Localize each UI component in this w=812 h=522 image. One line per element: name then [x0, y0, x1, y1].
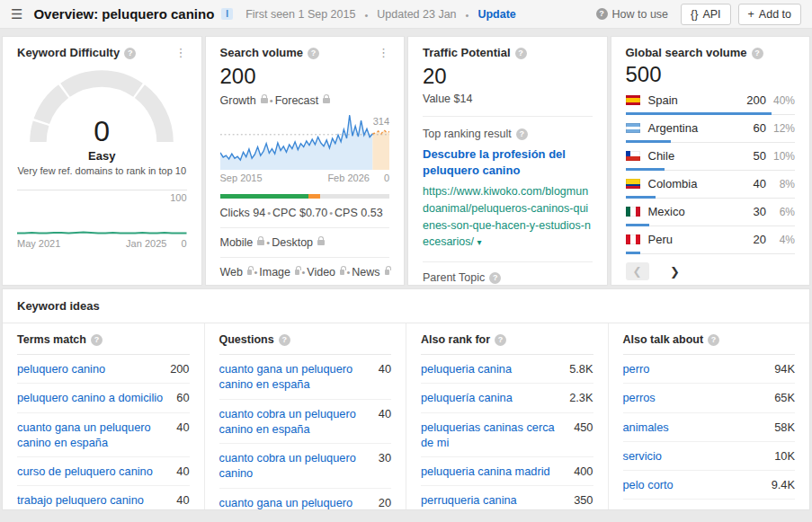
help-icon[interactable]: ?: [124, 48, 136, 59]
keyword-volume: 200: [170, 361, 189, 376]
keyword-link[interactable]: peluqueria canina madrid: [421, 464, 550, 479]
keyword-row: curso de peluquero canino40: [17, 457, 190, 486]
keyword-row: perros65K: [623, 384, 796, 412]
caret-down-icon[interactable]: ▾: [477, 237, 481, 247]
keyword-volume: 30: [379, 450, 391, 465]
mobile-label[interactable]: Mobile: [220, 236, 254, 249]
keyword-link[interactable]: perruqueria canina: [421, 492, 517, 508]
web-label[interactable]: Web: [220, 266, 243, 279]
help-icon[interactable]: ?: [489, 272, 501, 284]
image-label[interactable]: Image: [259, 266, 290, 279]
clicks-distribution-bar: [220, 194, 390, 199]
help-icon[interactable]: ?: [91, 334, 103, 346]
keyword-link[interactable]: animales: [623, 420, 669, 435]
lock-icon: [247, 270, 252, 275]
how-to-use-link[interactable]: ? How to use: [596, 8, 669, 21]
top-result-url[interactable]: https://www.kiwoko.com/blogmundoanimal/p…: [423, 183, 593, 251]
view-all-link[interactable]: View all 102❯: [623, 500, 796, 510]
keyword-link[interactable]: peluquero canino a domicilio: [17, 390, 163, 405]
keyword-link[interactable]: perro: [623, 361, 650, 376]
ideas-column-terms-match: Terms match?peluquero canino200peluquero…: [3, 323, 204, 510]
ideas-column-questions: Questions?cuanto gana un peluquero canin…: [204, 323, 406, 510]
keyword-link[interactable]: cuanto gana un peluquero canino: [219, 495, 370, 510]
news-label[interactable]: News: [352, 266, 379, 279]
keyword-link[interactable]: cuanto cobra un peluquero canino: [219, 450, 370, 482]
more-menu-icon[interactable]: ⋮: [378, 46, 389, 59]
country-list: Spain20040%Argentina6012%Chile5010%Colom…: [626, 87, 796, 254]
help-icon[interactable]: ?: [515, 48, 527, 59]
keyword-row: cuanto gana un peluquero canino20: [219, 489, 392, 510]
keyword-link[interactable]: curso de peluquero canino: [17, 464, 153, 479]
help-icon[interactable]: ?: [516, 128, 528, 140]
how-to-use-label: How to use: [612, 8, 669, 21]
api-button[interactable]: {} API: [681, 4, 731, 25]
add-to-button[interactable]: + Add to: [738, 4, 801, 25]
lock-icon: [295, 270, 299, 275]
help-icon[interactable]: ?: [752, 48, 763, 59]
kd-ymax-label: 100: [170, 192, 186, 203]
help-icon[interactable]: ?: [279, 334, 290, 346]
keyword-link[interactable]: pelo corto: [623, 477, 674, 492]
update-link[interactable]: Update: [477, 8, 515, 21]
keyword-link[interactable]: peluquería canina: [421, 390, 513, 405]
next-page-button[interactable]: ❯: [664, 262, 687, 280]
lock-icon: [317, 240, 325, 245]
keyword-volume: 40: [379, 361, 391, 376]
global-search-volume-card: Global search volume? 500 Spain20040%Arg…: [611, 36, 811, 286]
pagination: ❮ ❯: [626, 262, 796, 280]
country-bar-track: [626, 167, 796, 171]
video-label[interactable]: Video: [307, 266, 335, 279]
keyword-link[interactable]: peluquerias caninas cerca de mi: [421, 420, 565, 451]
keyword-link[interactable]: trabajo peluquero canino: [17, 492, 144, 508]
keyword-link[interactable]: servicio: [623, 448, 662, 464]
search-volume-chart: 314 Sep 2015 Feb 2026 0: [220, 114, 390, 183]
keyword-link[interactable]: cuanto gana un peluquero canino en españ…: [17, 420, 167, 451]
country-volume: 40: [754, 177, 766, 190]
country-percent: 40%: [766, 94, 795, 107]
lock-icon: [261, 98, 268, 103]
keyword-link[interactable]: cuanto cobra un peluquero canino en espa…: [219, 406, 370, 438]
braces-icon: {}: [691, 8, 698, 21]
keyword-row: servicio10K: [623, 442, 796, 471]
help-icon[interactable]: ?: [708, 334, 719, 346]
column-title: Terms match: [17, 333, 86, 346]
search-volume-value: 200: [220, 64, 390, 89]
keyword-link[interactable]: peluquero canino: [17, 361, 105, 376]
info-badge[interactable]: I: [221, 8, 233, 20]
flag-mx-icon: [626, 207, 640, 217]
card-title: Keyword Difficulty?: [17, 46, 136, 59]
help-icon[interactable]: ?: [495, 334, 506, 346]
country-row: Argentina6012%: [626, 115, 796, 143]
flag-co-icon: [626, 179, 640, 189]
keyword-link[interactable]: peluqueria canina: [421, 361, 512, 376]
keyword-volume: 40: [176, 420, 189, 435]
top-bar: ☰ Overview: peluquero canino I First see…: [0, 0, 812, 29]
menu-icon[interactable]: ☰: [11, 6, 22, 22]
difficulty-score: 0: [26, 115, 177, 148]
card-title: Traffic Potential?: [423, 46, 527, 59]
country-volume: 60: [754, 121, 766, 135]
keyword-link[interactable]: perros: [623, 390, 656, 405]
cpc-metric: CPC $0.70: [272, 207, 327, 219]
growth-label[interactable]: Growth: [220, 94, 256, 107]
keyword-link[interactable]: cuanto gana un peluquero canino en españ…: [219, 361, 370, 393]
country-percent: 8%: [766, 178, 795, 190]
top-result-title-link[interactable]: Descubre la profesión del peluquero cani…: [423, 146, 593, 178]
forecast-label[interactable]: Forecast: [275, 94, 319, 107]
country-line: Peru204%: [626, 231, 796, 248]
country-line: Argentina6012%: [626, 119, 796, 137]
keyword-volume: 5.8K: [569, 361, 593, 376]
volume-x-end-label: Feb 2026: [327, 173, 369, 183]
keyword-volume: 94K: [774, 361, 795, 376]
top-result-url-text: https://www.kiwoko.com/blogmundoanimal/p…: [423, 185, 591, 248]
keyword-volume: 2.3K: [569, 390, 593, 405]
ideas-columns: Terms match?peluquero canino200peluquero…: [3, 323, 809, 510]
help-icon[interactable]: ?: [308, 48, 319, 59]
divider: [423, 261, 593, 262]
bullet-separator: [464, 6, 471, 22]
keyword-volume: 9.4K: [772, 477, 795, 492]
desktop-label[interactable]: Desktop: [272, 236, 313, 249]
bullet-separator: [268, 94, 275, 107]
more-menu-icon[interactable]: ⋮: [175, 46, 187, 59]
volume-sparkline: [220, 114, 390, 170]
